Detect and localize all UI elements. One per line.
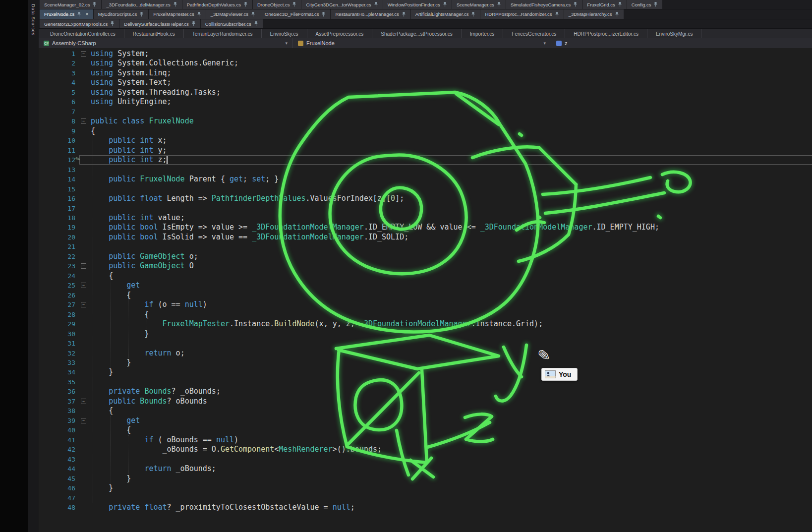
pin-icon[interactable] <box>243 1 248 7</box>
code-line[interactable]: 29 FruxelMapTester.Instance.BuildNode(x,… <box>39 319 812 329</box>
code-line[interactable]: 34 } <box>39 367 812 377</box>
tab-_3DFoundatio...delManager.cs[interactable]: _3DFoundatio...delManager.cs <box>102 0 181 9</box>
fold-marker[interactable]: − <box>81 399 86 404</box>
code-line[interactable]: 47 <box>39 493 812 503</box>
code-line[interactable]: 32 return o; <box>39 349 812 358</box>
pin-icon[interactable] <box>92 1 97 7</box>
code-line[interactable]: 35 <box>39 377 812 387</box>
pin-icon[interactable] <box>191 21 196 27</box>
code-line[interactable]: 15 <box>39 184 812 194</box>
code-line[interactable]: 5using System.Threading.Tasks; <box>39 88 812 97</box>
tab-DroneObject.cs[interactable]: DroneObject.cs <box>253 0 301 9</box>
tab-HDRPPostproc...Randomizer.cs[interactable]: HDRPPostproc...Randomizer.cs <box>480 9 563 19</box>
tab-TerrainLayerRandomizer.cs[interactable]: TerrainLayerRandomizer.cs <box>184 29 262 39</box>
code-line[interactable]: 45 } <box>39 474 812 483</box>
code-line[interactable]: 33 } <box>39 358 812 367</box>
tab-EnviroSky.cs[interactable]: EnviroSky.cs <box>262 29 307 39</box>
code-line[interactable]: 22 public GameObject o; <box>39 252 812 261</box>
tab-MyEditorScripts.cs[interactable]: MyEditorScripts.cs <box>94 9 149 19</box>
pin-icon[interactable] <box>77 11 81 17</box>
fold-marker[interactable]: − <box>81 418 86 423</box>
code-line[interactable]: 38 { <box>39 406 812 415</box>
tab-SceneManager_02.cs[interactable]: SceneManager_02.cs <box>40 0 101 9</box>
code-line[interactable]: 9{ <box>39 126 812 136</box>
pin-icon[interactable] <box>555 11 559 17</box>
tab-HDRPPostproc...izerEditor.cs[interactable]: HDRPPostproc...izerEditor.cs <box>565 29 647 39</box>
tab-Generator2ExportMapTools.cs[interactable]: Generator2ExportMapTools.cs <box>40 19 119 28</box>
code-line[interactable]: 27− if (o == null) <box>39 300 812 309</box>
fold-marker[interactable]: − <box>81 51 86 57</box>
code-line[interactable]: 3using System.Linq; <box>39 68 812 78</box>
code-line[interactable]: 40 { <box>39 425 812 435</box>
code-line[interactable]: 11 public int y; <box>39 146 812 155</box>
pin-icon[interactable] <box>573 1 578 7</box>
tab-ArtificialLightsManager.cs[interactable]: ArtificialLightsManager.cs <box>411 9 480 19</box>
code-line[interactable]: 25− get <box>39 281 812 290</box>
tab-OneSec3D_FileFormat.cs[interactable]: OneSec3D_FileFormat.cs <box>260 9 330 19</box>
fold-marker[interactable]: − <box>81 118 86 124</box>
code-line[interactable]: 17 <box>39 204 812 213</box>
code-line[interactable]: 24 { <box>39 271 812 281</box>
code-line[interactable]: 13 <box>39 165 812 175</box>
tab-DroneOrientationController.cs[interactable]: DroneOrientationController.cs <box>42 29 124 39</box>
code-line[interactable]: 43 <box>39 455 812 464</box>
tab-RestaurantHook.cs[interactable]: RestaurantHook.cs <box>124 29 184 39</box>
code-line[interactable]: 37− public Bounds? oBounds <box>39 397 812 406</box>
pin-icon[interactable] <box>497 1 501 7</box>
pin-icon[interactable] <box>292 1 296 7</box>
code-line[interactable]: 46 } <box>39 483 812 493</box>
tab-Importer.cs[interactable]: Importer.cs <box>462 29 503 39</box>
tab-EnviroSkyMgr.cs[interactable]: EnviroSkyMgr.cs <box>647 29 701 39</box>
fold-marker[interactable]: − <box>81 302 86 307</box>
code-line[interactable]: 41 if (_oBounds == null) <box>39 435 812 445</box>
code-line[interactable]: 21 <box>39 242 812 251</box>
dock-tab-data-sources[interactable]: Data Sources <box>31 0 36 36</box>
fold-marker[interactable]: − <box>81 283 86 288</box>
code-line[interactable]: 44 return _oBounds; <box>39 464 812 473</box>
pin-icon[interactable] <box>615 11 619 17</box>
code-line[interactable]: 42 _oBounds = O.GetComponent<MeshRendere… <box>39 445 812 454</box>
pin-icon[interactable] <box>254 21 258 27</box>
project-dropdown[interactable]: C# Assembly-CSharp ▾ <box>39 38 293 48</box>
fold-marker[interactable]: − <box>81 263 86 269</box>
pin-icon[interactable] <box>110 21 115 27</box>
tab-AssetPreprocessor.cs[interactable]: AssetPreprocessor.cs <box>307 29 373 39</box>
code-line[interactable]: 36 private Bounds? _oBounds; <box>39 387 812 396</box>
member-dropdown[interactable]: z <box>551 38 812 48</box>
close-icon[interactable]: × <box>85 11 88 17</box>
code-line[interactable]: 18 public int value; <box>39 213 812 223</box>
code-line[interactable]: 10 public int x; <box>39 136 812 145</box>
code-line[interactable]: 39− get <box>39 416 812 425</box>
code-line[interactable]: 28 { <box>39 310 812 319</box>
tab-PathfinderDepthValues.cs[interactable]: PathfinderDepthValues.cs <box>182 0 252 9</box>
pin-icon[interactable] <box>251 11 255 17</box>
tab-FruxelMapTester.cs[interactable]: FruxelMapTester.cs <box>149 9 205 19</box>
type-dropdown[interactable]: FruxelNode ▾ <box>293 38 551 48</box>
pin-icon[interactable] <box>173 1 177 7</box>
code-line[interactable]: 8−public class FruxelNode <box>39 117 812 126</box>
tab-FruxelNode.cs[interactable]: FruxelNode.cs× <box>40 9 93 19</box>
code-line[interactable]: 26 { <box>39 291 812 300</box>
code-line[interactable]: 16 public float Length => PathfinderDept… <box>39 194 812 203</box>
tab-FruxelGrid.cs[interactable]: FruxelGrid.cs <box>582 0 626 9</box>
pin-icon[interactable] <box>471 11 475 17</box>
tab-ShaderPackage...stProcessor.cs[interactable]: ShaderPackage...stProcessor.cs <box>372 29 462 39</box>
code-line[interactable]: 6using UnityEngine; <box>39 97 812 107</box>
code-line[interactable]: 23− public GameObject O <box>39 261 812 271</box>
tab-SceneManager.cs[interactable]: SceneManager.cs <box>452 0 506 9</box>
tab-RestaurantHo...pleManager.cs[interactable]: RestaurantHo...pleManager.cs <box>331 9 410 19</box>
code-line[interactable]: 30 } <box>39 329 812 339</box>
tab-Config.cs[interactable]: Config.cs <box>627 0 663 9</box>
code-line[interactable]: 31 <box>39 339 812 348</box>
tab-DeliverySurfaceClassHelper.cs[interactable]: DeliverySurfaceClassHelper.cs <box>119 19 200 28</box>
code-line[interactable]: 2using System.Collections.Generic; <box>39 59 812 68</box>
code-line[interactable]: 20 public bool IsSolid => value == _3DFo… <box>39 233 812 242</box>
tab-_3DMapViewer.cs[interactable]: _3DMapViewer.cs <box>206 9 260 19</box>
code-editor[interactable]: 1−using System;2using System.Collections… <box>39 48 812 532</box>
tab-SimulatedFisheyeCamera.cs[interactable]: SimulatedFisheyeCamera.cs <box>506 0 582 9</box>
tab-WindowPositionFinder.cs[interactable]: WindowPositionFinder.cs <box>383 0 452 9</box>
code-line[interactable]: 12 public int z; <box>39 155 812 165</box>
pin-icon[interactable] <box>321 11 326 17</box>
code-line[interactable]: 19 public bool IsEmpty => value >= _3DFo… <box>39 223 812 232</box>
tab-FencesGenerator.cs[interactable]: FencesGenerator.cs <box>503 29 565 39</box>
